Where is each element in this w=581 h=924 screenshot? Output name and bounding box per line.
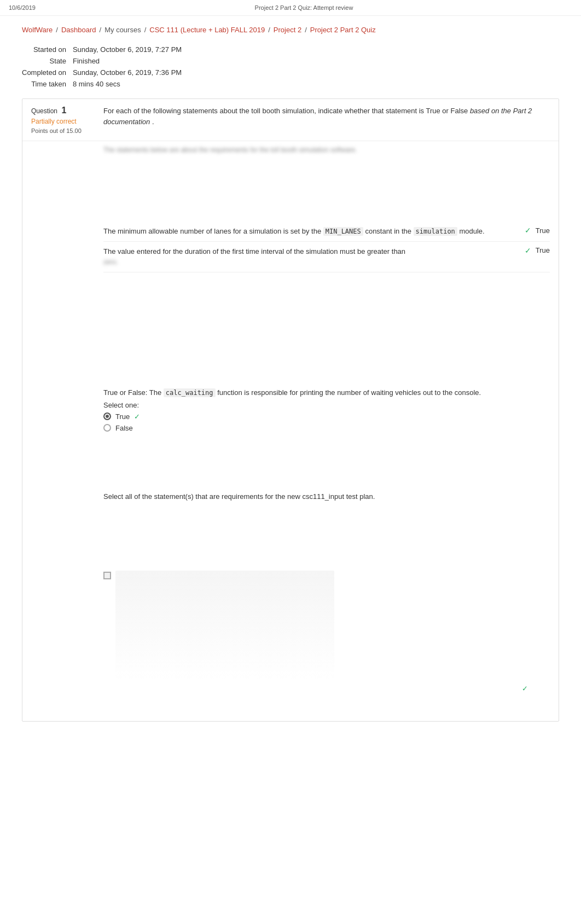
truefalse-question: True or False: The calc_waiting function…: [22, 382, 559, 442]
question-1-instruction: For each of the following statements abo…: [103, 106, 550, 127]
bottom-check-icon: ✓: [522, 684, 528, 693]
subquestion-list: The minimum allowable number of lanes fo…: [22, 222, 559, 272]
completed-on-label: Completed on: [22, 67, 73, 78]
check-icon-2: ✓: [525, 246, 531, 255]
breadcrumb-wolfware[interactable]: WolfWare: [22, 26, 53, 34]
breadcrumb-course[interactable]: CSC 111 (Lecture + Lab) FALL 2019: [149, 26, 265, 34]
started-on-label: Started on: [22, 44, 73, 55]
subquestion-2-answer: True: [536, 246, 550, 254]
checkbox-area: [103, 571, 550, 680]
breadcrumb-quiz[interactable]: Project 2 Part 2 Quiz: [310, 26, 376, 34]
select-all-prompt: Select all of the statement(s) that are …: [103, 492, 550, 501]
subquestion-2-text: The value entered for the duration of th…: [103, 246, 502, 268]
calc-waiting-code: calc_waiting: [164, 388, 216, 397]
content-spacer-6: [22, 699, 559, 721]
select-one-label: Select one:: [103, 401, 550, 409]
check-icon-1: ✓: [525, 226, 531, 235]
blurred-content-area: [115, 571, 334, 680]
min-lanes-code: MIN_LANES: [323, 227, 363, 236]
state-value: Finished: [73, 55, 186, 67]
subquestion-row-1: The minimum allowable number of lanes fo…: [103, 222, 550, 242]
state-label: State: [22, 55, 73, 67]
content-spacer-2: [22, 272, 559, 338]
checkbox-placeholder: [103, 572, 111, 579]
breadcrumb-dashboard[interactable]: Dashboard: [61, 26, 96, 34]
content-spacer-4: [22, 442, 559, 486]
question-1-meta: Question 1 Partially correct Points out …: [31, 106, 97, 134]
started-on-value: Sunday, October 6, 2019, 7:27 PM: [73, 44, 186, 55]
subquestion-1-answer: True: [536, 226, 550, 235]
radio-false-label: False: [115, 424, 133, 432]
time-taken-label: Time taken: [22, 78, 73, 90]
question-1-points: Points out of 15.00: [31, 127, 97, 134]
checkbox-content: [115, 571, 334, 680]
subquestion-row-2: The value entered for the duration of th…: [103, 242, 550, 272]
q-number: 1: [61, 106, 66, 115]
date-label: 10/6/2019: [9, 4, 36, 11]
breadcrumb-mycourses: My courses: [104, 26, 141, 34]
page-title-center: Project 2 Part 2 Quiz: Attempt review: [255, 4, 353, 11]
attempt-info-table: Started on Sunday, October 6, 2019, 7:27…: [22, 44, 186, 90]
radio-option-true[interactable]: True ✓: [103, 412, 550, 421]
simulation-code: simulation: [414, 227, 457, 236]
completed-on-value: Sunday, October 6, 2019, 7:36 PM: [73, 67, 186, 78]
question-1-label: Question 1: [31, 106, 97, 115]
q-label: Question: [31, 107, 57, 115]
question-1-status: Partially correct: [31, 118, 97, 125]
content-spacer-5: [103, 501, 550, 566]
question-1-header: Question 1 Partially correct Points out …: [22, 99, 559, 141]
top-bar: 10/6/2019 Project 2 Part 2 Quiz: Attempt…: [0, 0, 581, 16]
content-spacer-3: [22, 338, 559, 382]
check-true-icon: ✓: [134, 412, 140, 421]
radio-option-false[interactable]: False: [103, 424, 550, 432]
time-taken-value: 8 mins 40 secs: [73, 78, 186, 90]
select-all-question: Select all of the statement(s) that are …: [22, 486, 559, 699]
subquestion-1-text: The minimum allowable number of lanes fo…: [103, 226, 502, 237]
breadcrumb: WolfWare / Dashboard / My courses / CSC …: [0, 16, 581, 44]
question-1-container: Question 1 Partially correct Points out …: [22, 98, 559, 722]
truefalse-prompt: True or False: The calc_waiting function…: [103, 388, 550, 397]
blurred-subinstruction: The statements below are about the requi…: [22, 141, 559, 156]
breadcrumb-project2[interactable]: Project 2: [274, 26, 301, 34]
bottom-check: ✓: [103, 684, 550, 693]
radio-true-circle: [103, 412, 111, 420]
radio-true-label: True: [115, 412, 130, 421]
radio-false-circle: [103, 424, 111, 432]
content-spacer-1: [22, 156, 559, 222]
